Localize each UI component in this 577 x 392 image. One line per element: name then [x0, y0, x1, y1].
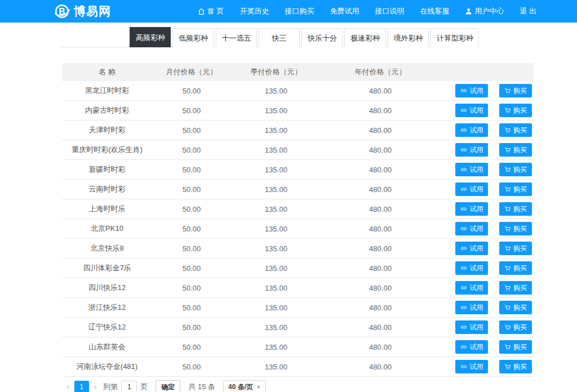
trial-button[interactable]: 试用	[455, 143, 488, 157]
lottery-name: 四川体彩金7乐	[62, 263, 152, 273]
buy-button[interactable]: 购买	[499, 360, 532, 373]
nav-item[interactable]: 在线客服	[412, 0, 457, 23]
row-actions: 试用 购买	[440, 320, 534, 334]
row-actions: 试用 购买	[440, 242, 534, 255]
nav-item[interactable]: 开奖历史	[232, 0, 277, 23]
buy-button[interactable]: 购买	[499, 301, 532, 314]
category-tab[interactable]: 计算型彩种	[430, 28, 479, 47]
trial-button-label: 试用	[469, 303, 483, 313]
buy-button[interactable]: 购买	[499, 340, 532, 354]
nav-item[interactable]: 接口说明	[367, 0, 412, 23]
trial-button[interactable]: 试用	[455, 320, 488, 334]
home-icon	[198, 8, 205, 15]
nav-item[interactable]: 接口购买	[277, 0, 322, 23]
trial-button[interactable]: 试用	[455, 123, 488, 137]
nav-item-label: 开奖历史	[239, 6, 269, 16]
trial-button[interactable]: 试用	[455, 104, 488, 117]
lottery-name: 浙江快乐12	[62, 302, 152, 313]
category-tab[interactable]: 快三	[259, 28, 300, 47]
monthly-price: 50.00	[152, 225, 231, 233]
buy-button[interactable]: 购买	[499, 84, 532, 97]
trial-button[interactable]: 试用	[455, 163, 488, 176]
nav-item[interactable]: 免费试用	[322, 0, 367, 23]
table-body: 黑龙江时时彩 50.00 135.00 480.00 试用	[62, 81, 534, 377]
buy-button[interactable]: 购买	[499, 104, 532, 117]
trial-button[interactable]: 试用	[455, 202, 488, 216]
category-tab[interactable]: 十一选五	[216, 28, 257, 47]
buy-button[interactable]: 购买	[499, 163, 532, 176]
prev-page-button[interactable]: ‹	[63, 381, 73, 392]
lottery-name: 云南时时彩	[62, 184, 152, 194]
next-page-button[interactable]: ›	[90, 381, 100, 392]
page-number-current[interactable]: 1	[74, 381, 89, 392]
buy-button-label: 购买	[513, 342, 527, 352]
buy-button-label: 购买	[513, 283, 527, 293]
confirm-page-button[interactable]: 确定	[156, 380, 180, 392]
tab-label: 高频彩种	[136, 33, 165, 42]
buy-button[interactable]: 购买	[499, 202, 532, 216]
buy-button[interactable]: 购买	[499, 182, 532, 196]
goto-page-input[interactable]	[121, 381, 137, 392]
chevron-down-icon: ▼	[256, 385, 261, 390]
table-row: 河南泳坛夺金(481) 50.00 135.00 480.00 试用	[62, 357, 534, 377]
cart-icon	[504, 304, 511, 311]
buy-button[interactable]: 购买	[499, 222, 532, 235]
buy-button[interactable]: 购买	[499, 261, 532, 275]
link-icon	[460, 324, 467, 331]
row-actions: 试用 购买	[440, 143, 534, 157]
cart-icon	[504, 344, 511, 350]
trial-button[interactable]: 试用	[455, 360, 488, 373]
buy-button[interactable]: 购买	[499, 242, 532, 255]
category-tab[interactable]: 低频彩种	[172, 28, 214, 47]
link-icon	[460, 284, 467, 291]
buy-button[interactable]: 购买	[499, 143, 532, 157]
row-actions: 试用 购买	[440, 182, 534, 196]
monthly-price: 50.00	[152, 106, 231, 115]
trial-button-label: 试用	[469, 323, 483, 332]
trial-button[interactable]: 试用	[455, 340, 488, 354]
nav-item-label: 接口购买	[285, 6, 314, 16]
category-tab[interactable]: 快乐十分	[301, 28, 343, 47]
row-actions: 试用 购买	[440, 222, 534, 235]
per-page-select[interactable]: 40 条/页 ▼	[223, 380, 266, 392]
buy-button[interactable]: 购买	[499, 320, 532, 334]
monthly-price: 50.00	[152, 244, 231, 253]
nav-item-label: 免费试用	[330, 6, 359, 16]
yearly-price: 480.00	[321, 87, 440, 95]
user-icon	[465, 8, 472, 15]
trial-button[interactable]: 试用	[455, 242, 488, 255]
trial-button[interactable]: 试用	[455, 222, 488, 235]
buy-button[interactable]: 购买	[499, 123, 532, 137]
lottery-name: 新疆时时彩	[62, 164, 152, 175]
trial-button-label: 试用	[469, 342, 483, 352]
yearly-price: 480.00	[321, 106, 440, 115]
buy-button-label: 购买	[513, 204, 527, 214]
trial-button[interactable]: 试用	[455, 281, 488, 295]
category-tab[interactable]: 境外彩种	[388, 28, 429, 47]
row-actions: 试用 购买	[440, 84, 534, 97]
nav-item[interactable]: 退 出	[512, 0, 544, 23]
table-row: 北京快乐8 50.00 135.00 480.00 试用	[62, 239, 534, 259]
link-icon	[460, 166, 467, 173]
nav-item[interactable]: 用户中心	[457, 0, 512, 23]
category-tab[interactable]: 高频彩种	[130, 27, 171, 47]
tab-label: 计算型彩种	[437, 34, 473, 42]
yearly-price: 480.00	[321, 343, 440, 351]
trial-button[interactable]: 试用	[455, 84, 488, 97]
trial-button[interactable]: 试用	[455, 182, 488, 196]
monthly-price: 50.00	[152, 284, 231, 292]
trial-button-label: 试用	[469, 224, 483, 234]
category-tab[interactable]: 极速彩种	[344, 28, 385, 47]
trial-button[interactable]: 试用	[455, 301, 488, 314]
main-nav: 首 页 开奖历史 接口购买 免费试用 接	[190, 0, 544, 23]
quarterly-price: 135.00	[231, 166, 321, 174]
buy-button[interactable]: 购买	[499, 281, 532, 295]
table-row: 上海时时乐 50.00 135.00 480.00 试用	[62, 199, 534, 219]
trial-button[interactable]: 试用	[455, 261, 488, 275]
nav-item[interactable]: 首 页	[190, 0, 232, 23]
link-icon	[460, 87, 467, 94]
yearly-price: 480.00	[321, 205, 440, 213]
quarterly-price: 135.00	[231, 106, 321, 115]
lottery-name: 四川快乐12	[62, 283, 152, 293]
brand-logo[interactable]: B 博易网	[54, 3, 111, 20]
